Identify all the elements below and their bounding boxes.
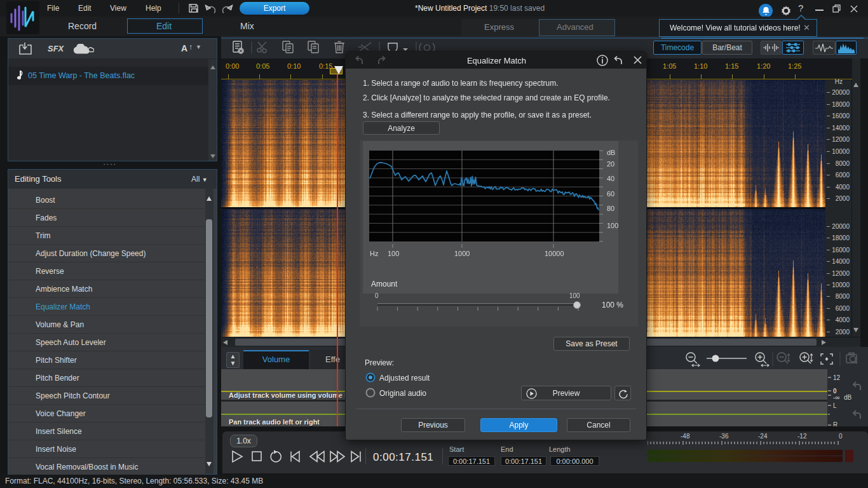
svg-text:R: R [833, 421, 837, 426]
svg-text:L: L [833, 402, 837, 409]
svg-text:12: 12 [833, 374, 841, 381]
svg-text:dB: dB [844, 394, 852, 401]
svg-text:-∞: -∞ [833, 394, 839, 401]
